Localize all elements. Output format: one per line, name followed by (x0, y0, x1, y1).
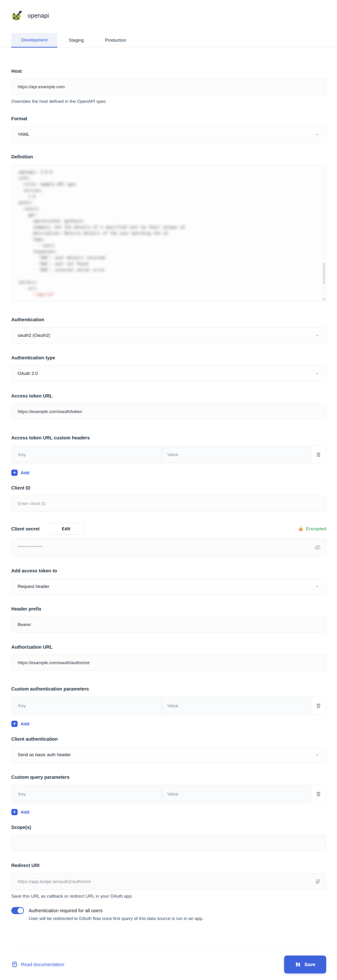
custom-headers-label: Access token URL custom headers (11, 435, 326, 441)
client-auth-select[interactable]: Send as basic auth header (11, 747, 326, 763)
host-label: Host (11, 68, 326, 74)
read-documentation-link[interactable]: Read documentation (11, 961, 64, 968)
tab-production[interactable]: Production (95, 33, 136, 48)
authentication-selected-value: oauth2 (Oauth2) (17, 333, 50, 338)
delete-header-button[interactable] (311, 446, 326, 464)
custom-auth-params-row (11, 697, 326, 715)
add-auth-param-button[interactable]: + Add (11, 721, 29, 727)
chevron-down-icon (315, 132, 320, 137)
header: openapi (11, 10, 326, 21)
datasource-config-page: openapi Development Staging Production H… (0, 0, 337, 980)
authorization-url-input[interactable] (11, 655, 326, 671)
redirect-uri-helper-text: Save this URL as callback or redirect UR… (11, 893, 326, 899)
client-secret-header: Client secret Edit Encrypted (11, 523, 326, 535)
client-auth-label: Client authentication (11, 736, 326, 742)
save-icon (295, 961, 301, 967)
save-button[interactable]: Save (284, 956, 326, 974)
custom-auth-params-key-input[interactable] (13, 698, 162, 714)
custom-auth-params-value-input[interactable] (162, 698, 311, 714)
client-secret-field (11, 538, 326, 556)
authentication-select[interactable]: oauth2 (Oauth2) (11, 328, 326, 344)
delete-auth-param-button[interactable] (311, 697, 326, 715)
page-title: openapi (28, 12, 49, 19)
delete-query-param-button[interactable] (311, 785, 326, 803)
custom-query-params-label: Custom query parameters (11, 774, 326, 780)
custom-query-params-row (11, 785, 326, 803)
plus-icon: + (11, 809, 17, 815)
chevron-down-icon (315, 371, 320, 376)
format-select[interactable]: YAML (11, 126, 326, 142)
custom-headers-value-input[interactable] (162, 447, 311, 463)
custom-query-params-value-input[interactable] (162, 786, 311, 802)
redirect-uri-label: Redirect URI (11, 862, 326, 869)
redirect-uri-field (11, 873, 326, 890)
chevron-down-icon (315, 333, 320, 338)
toggle-knob (17, 908, 23, 913)
trash-icon (315, 452, 321, 458)
access-token-url-label: Access token URL (11, 393, 326, 399)
trash-icon (315, 703, 321, 709)
authorization-url-label: Authorization URL (11, 644, 326, 650)
client-secret-input[interactable] (11, 538, 326, 556)
edit-secret-button[interactable]: Edit (48, 523, 84, 535)
plus-icon: + (11, 721, 17, 727)
host-input[interactable] (11, 79, 326, 95)
client-id-input[interactable] (11, 496, 326, 512)
client-secret-label: Client secret (11, 526, 40, 532)
trash-icon (315, 791, 321, 797)
header-prefix-input[interactable] (11, 617, 326, 633)
add-token-to-select[interactable]: Request header (11, 579, 326, 595)
lock-icon (298, 526, 304, 532)
openapi-logo-icon (11, 10, 22, 21)
eye-off-icon (314, 544, 321, 551)
header-prefix-label: Header prefix (11, 606, 326, 612)
toggle-secret-visibility-button[interactable] (314, 544, 321, 551)
resize-grip[interactable] (323, 298, 326, 301)
encrypted-badge: Encrypted (298, 526, 326, 532)
add-auth-param-label: Add (21, 721, 29, 727)
custom-headers-key-input[interactable] (13, 447, 162, 463)
plus-icon: + (11, 469, 17, 476)
scrollbar-thumb[interactable] (323, 262, 325, 284)
auth-type-label: Authentication type (11, 355, 326, 361)
add-header-button[interactable]: + Add (11, 469, 29, 476)
tab-development[interactable]: Development (11, 33, 57, 48)
redirect-uri-input[interactable] (11, 873, 326, 890)
client-id-label: Client ID (11, 485, 326, 491)
auth-required-row: Authentication required for all users Us… (11, 907, 326, 921)
definition-code: openapi: 3.0.0info: title: Sample API sp… (11, 165, 326, 301)
add-query-param-label: Add (21, 810, 29, 815)
host-helper-text: Overrides the host defined in the OpenAP… (11, 99, 326, 104)
chevron-down-icon (315, 752, 320, 757)
read-documentation-label: Read documentation (21, 962, 64, 967)
save-button-label: Save (304, 962, 315, 967)
add-header-label: Add (21, 470, 29, 476)
add-token-to-selected-value: Request header (17, 584, 49, 589)
scopes-input[interactable] (11, 835, 326, 851)
tab-staging[interactable]: Staging (59, 33, 93, 48)
environment-tabs: Development Staging Production (0, 33, 337, 48)
add-token-to-label: Add access token to (11, 568, 326, 574)
add-query-param-button[interactable]: + Add (11, 809, 29, 815)
definition-label: Definition (11, 154, 326, 160)
auth-type-select[interactable]: OAuth 2.0 (11, 366, 326, 382)
client-auth-selected-value: Send as basic auth header (17, 752, 71, 757)
copy-icon (315, 878, 321, 885)
format-label: Format (11, 116, 326, 122)
chevron-down-icon (315, 584, 320, 589)
definition-scrollbar[interactable] (323, 166, 325, 300)
copy-redirect-uri-button[interactable] (315, 878, 321, 885)
format-selected-value: YAML (17, 132, 29, 137)
access-token-url-input[interactable] (11, 404, 326, 420)
encrypted-label: Encrypted (306, 526, 326, 531)
definition-editor[interactable]: openapi: 3.0.0info: title: Sample API sp… (11, 164, 326, 301)
auth-type-selected-value: OAuth 2.0 (17, 371, 38, 376)
custom-query-params-key-input[interactable] (13, 786, 162, 802)
authentication-label: Authentication (11, 317, 326, 323)
footer: Read documentation Save (11, 946, 326, 974)
custom-headers-row (11, 445, 326, 464)
auth-required-label: Authentication required for all users (28, 907, 203, 914)
auth-required-toggle[interactable] (11, 907, 24, 914)
auth-required-description: User will be redirected to OAuth flow on… (28, 915, 203, 921)
scopes-label: Scope(s) (11, 824, 326, 830)
